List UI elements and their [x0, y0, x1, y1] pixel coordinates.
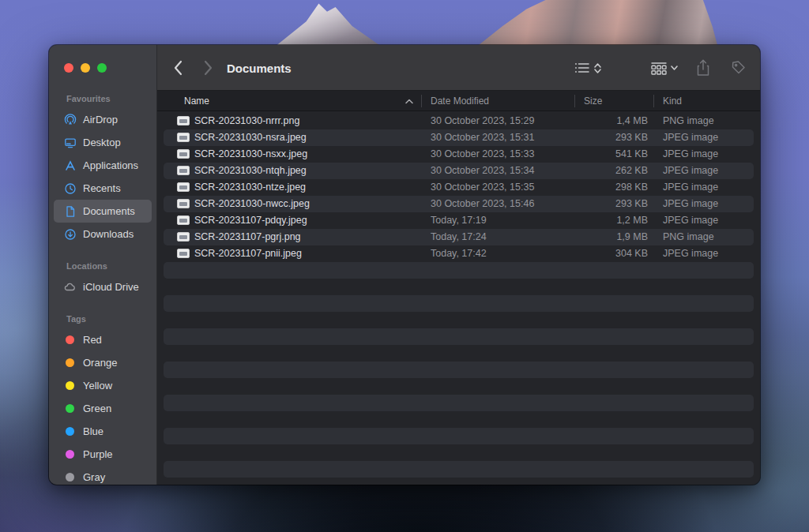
file-list-area: Name Date Modified Size Kind SCR-2023103…	[157, 91, 760, 485]
sidebar-item-documents[interactable]: Documents	[54, 200, 152, 223]
sidebar-item-label: Downloads	[83, 228, 134, 240]
empty-row	[164, 295, 754, 312]
sidebar-item-label: iCloud Drive	[83, 281, 139, 293]
sidebar-item-downloads[interactable]: Downloads	[54, 223, 152, 245]
empty-row	[164, 444, 754, 461]
chevron-right-icon	[203, 60, 213, 76]
finder-window: Favourites AirDrop	[49, 45, 760, 485]
sidebar-item-label: Purple	[83, 448, 113, 460]
file-row[interactable]: SCR-20231030-nsra.jpeg 30 October 2023, …	[164, 129, 754, 146]
sidebar-item-recents[interactable]: Recents	[54, 177, 152, 200]
file-date: 30 October 2023, 15:46	[431, 196, 534, 212]
chevron-left-icon	[173, 60, 183, 76]
close-window-button[interactable]	[64, 63, 73, 73]
column-divider[interactable]	[421, 95, 422, 107]
window-controls	[64, 63, 107, 73]
desktop-icon	[63, 136, 77, 149]
file-name: SCR-20231030-nrrr.png	[194, 113, 299, 129]
file-row[interactable]: SCR-20231107-pnii.jpeg Today, 17:42 304 …	[164, 245, 754, 262]
file-row[interactable]: SCR-20231107-pgrj.png Today, 17:24 1,9 M…	[164, 229, 754, 245]
file-name: SCR-20231030-nsxx.jpeg	[194, 146, 307, 163]
column-header-date-modified[interactable]: Date Modified	[431, 91, 489, 111]
file-row[interactable]: SCR-20231030-ntze.jpeg 30 October 2023, …	[164, 179, 754, 196]
sidebar-item-label: Recents	[83, 182, 121, 194]
file-thumbnail-icon	[177, 149, 190, 159]
sidebar: Favourites AirDrop	[49, 45, 157, 485]
file-rows: SCR-20231030-nrrr.png 30 October 2023, 1…	[157, 111, 760, 478]
empty-row	[164, 312, 754, 328]
sidebar-section-tags: Tags	[49, 309, 156, 328]
sidebar-item-icloud-drive[interactable]: iCloud Drive	[54, 275, 152, 298]
toolbar: Documents	[157, 45, 760, 91]
file-size: 1,9 MB	[535, 229, 648, 245]
minimize-window-button[interactable]	[81, 63, 90, 73]
file-thumbnail-icon	[177, 199, 190, 208]
file-date: 30 October 2023, 15:34	[431, 163, 534, 179]
empty-row	[164, 378, 754, 395]
file-date: Today, 17:24	[431, 229, 487, 245]
file-thumbnail-icon	[177, 249, 190, 258]
airdrop-icon	[63, 113, 77, 126]
tag-dot-yellow	[66, 381, 74, 390]
forward-button[interactable]	[203, 45, 213, 91]
sidebar-section-favourites: Favourites	[49, 89, 156, 108]
file-kind: JPEG image	[663, 163, 718, 179]
sidebar-item-label: Blue	[83, 425, 103, 437]
sidebar-section-locations: Locations	[49, 257, 156, 275]
file-size: 541 KB	[535, 146, 648, 163]
list-view-icon	[574, 62, 590, 74]
sidebar-tag-red[interactable]: Red	[54, 328, 152, 351]
file-thumbnail-icon	[177, 166, 190, 175]
file-size: 262 KB	[535, 163, 648, 179]
zoom-window-button[interactable]	[97, 63, 107, 73]
file-thumbnail-icon	[177, 182, 190, 192]
file-row[interactable]: SCR-20231107-pdqy.jpeg Today, 17:19 1,2 …	[164, 212, 754, 229]
sidebar-list: Favourites AirDrop	[49, 89, 156, 485]
tag-icon	[729, 59, 747, 77]
empty-row	[164, 279, 754, 295]
back-button[interactable]	[173, 45, 183, 91]
sidebar-item-label: Green	[83, 403, 111, 414]
column-header-kind[interactable]: Kind	[663, 91, 682, 111]
sidebar-item-airdrop[interactable]: AirDrop	[54, 108, 152, 131]
share-icon	[696, 59, 710, 77]
tag-button[interactable]	[729, 45, 747, 91]
file-kind: PNG image	[663, 229, 714, 245]
file-name: SCR-20231030-nwcc.jpeg	[194, 196, 310, 212]
file-date: 30 October 2023, 15:35	[431, 179, 534, 196]
column-header-size[interactable]: Size	[584, 91, 602, 111]
sidebar-tag-gray[interactable]: Gray	[54, 466, 152, 485]
sidebar-item-label: AirDrop	[83, 114, 118, 126]
column-header-name[interactable]: Name	[184, 91, 209, 111]
file-row[interactable]: SCR-20231030-nsxx.jpeg 30 October 2023, …	[164, 146, 754, 163]
sidebar-tag-yellow[interactable]: Yellow	[54, 374, 152, 397]
file-size: 304 KB	[535, 245, 648, 262]
file-row[interactable]: SCR-20231030-nrrr.png 30 October 2023, 1…	[164, 113, 754, 129]
tag-dot-green	[66, 404, 74, 413]
file-kind: PNG image	[663, 113, 714, 129]
sidebar-tag-purple[interactable]: Purple	[54, 443, 152, 466]
file-kind: JPEG image	[663, 212, 718, 229]
sidebar-tag-orange[interactable]: Orange	[54, 351, 152, 374]
sidebar-tag-blue[interactable]: Blue	[54, 420, 152, 443]
column-divider[interactable]	[574, 95, 575, 107]
sidebar-tag-green[interactable]: Green	[54, 397, 152, 420]
file-row[interactable]: SCR-20231030-ntqh.jpeg 30 October 2023, …	[164, 163, 754, 179]
file-date: 30 October 2023, 15:31	[431, 129, 534, 146]
sidebar-item-label: Red	[83, 334, 102, 346]
column-divider[interactable]	[653, 95, 654, 107]
file-date: 30 October 2023, 15:29	[431, 113, 534, 129]
view-mode-control[interactable]	[574, 45, 601, 91]
tag-dot-blue	[66, 427, 74, 436]
view-sort-chevrons-icon	[594, 63, 601, 73]
sidebar-item-label: Gray	[83, 471, 105, 483]
sidebar-item-desktop[interactable]: Desktop	[54, 131, 152, 154]
sidebar-item-label: Desktop	[83, 137, 121, 148]
group-by-control[interactable]	[650, 45, 678, 91]
share-button[interactable]	[696, 45, 710, 91]
sidebar-item-applications[interactable]: Applications	[54, 154, 152, 177]
file-size: 293 KB	[535, 196, 648, 212]
file-size: 1,2 MB	[535, 212, 648, 229]
sidebar-item-label: Applications	[83, 159, 138, 171]
file-row[interactable]: SCR-20231030-nwcc.jpeg 30 October 2023, …	[164, 196, 754, 212]
